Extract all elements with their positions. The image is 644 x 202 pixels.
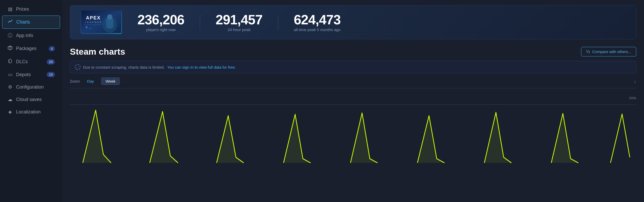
sidebar-item-localization[interactable]: ◈ Localization [2,106,60,118]
stat-24h-peak: 291,457 24-hour peak [216,13,262,32]
sidebar-label-packages: Packages [16,46,36,51]
divider-1 [200,15,200,30]
zoom-controls: Zoom Day Week ↓ [70,77,636,85]
loading-icon: ◌ [75,64,80,70]
sidebar-label-configuration: Configuration [16,84,44,90]
app-info-icon: ⓘ [7,32,13,39]
zoom-week-button[interactable]: Week [101,77,120,85]
sidebar-item-packages[interactable]: Packages 4 [2,42,60,55]
packages-icon [7,45,13,52]
notice-link[interactable]: You can sign in to view full data for fr… [167,65,236,69]
sidebar-item-depots[interactable]: ▭ Depots 15 [2,69,60,81]
svg-marker-20 [551,113,578,163]
svg-text:APEX: APEX [86,15,101,20]
current-players-value: 236,206 [137,13,184,26]
zoom-day-button[interactable]: Day [83,78,98,85]
svg-text:LEGENDS: LEGENDS [85,21,102,23]
sidebar-label-dlcs: DLCs [16,59,28,64]
svg-marker-15 [217,116,244,163]
sidebar-item-app-info[interactable]: ⓘ App info [2,29,60,42]
sidebar-item-cloud-saves[interactable]: ☁ Cloud saves [2,93,60,105]
all-time-peak-label: all-time peak 5 months ago [294,27,340,32]
section-header: Steam charts ⅓ Compare with others... [70,47,636,57]
svg-point-11 [90,28,91,29]
svg-marker-19 [484,112,511,163]
chart-area: 300k [70,93,636,171]
divider-2 [278,15,278,30]
compare-label: Compare with others... [592,49,631,54]
svg-rect-5 [106,18,113,28]
chart-svg [70,93,636,171]
notice-message: Due to constant scraping, charts data is… [83,65,165,69]
dlcs-icon [7,59,13,65]
svg-marker-14 [150,112,178,163]
svg-point-6 [107,14,112,19]
zoom-label: Zoom [70,79,80,83]
prices-icon: ▤ [7,6,13,12]
sidebar-item-prices[interactable]: ▤ Prices [2,3,60,15]
notice-static-text: Due to constant scraping, charts data is… [83,65,236,69]
game-thumbnail: APEX LEGENDS [80,11,122,34]
main-content: APEX LEGENDS 236,206 players right now 2… [62,0,644,202]
svg-marker-16 [283,114,310,163]
sidebar-label-cloud-saves: Cloud saves [16,97,42,102]
cloud-saves-icon: ☁ [7,97,13,102]
compare-button[interactable]: ⅓ Compare with others... [581,47,636,56]
sidebar-label-localization: Localization [16,109,41,115]
stats-card: APEX LEGENDS 236,206 players right now 2… [70,5,636,39]
current-players-label: players right now [146,27,175,32]
chart-separator [70,88,636,88]
sidebar-item-dlcs[interactable]: DLCs 28 [2,55,60,68]
peak-24h-label: 24-hour peak [228,27,250,32]
svg-point-10 [85,26,87,28]
sidebar-item-charts[interactable]: Charts [2,16,60,29]
sidebar-label-app-info: App info [16,33,33,38]
sidebar-label-depots: Depots [16,72,31,77]
all-time-peak-value: 624,473 [294,13,341,26]
sidebar-label-prices: Prices [16,6,29,12]
peak-24h-value: 291,457 [216,13,262,26]
depots-icon: ▭ [7,72,13,77]
dlcs-badge: 28 [47,59,55,64]
charts-icon [8,19,13,25]
section-title: Steam charts [70,47,125,57]
localization-icon: ◈ [7,109,13,115]
compare-icon: ⅓ [586,49,590,54]
configuration-icon: ⚙ [7,84,13,90]
sidebar: ▤ Prices Charts ⓘ App info Packages 4 [0,0,62,202]
svg-marker-17 [350,113,377,163]
stat-current-players: 236,206 players right now [137,13,184,32]
sidebar-item-configuration[interactable]: ⚙ Configuration [2,81,60,93]
depots-badge: 15 [47,72,55,77]
svg-marker-18 [418,116,444,163]
packages-badge: 4 [49,46,55,51]
stat-all-time-peak: 624,473 all-time peak 5 months ago [294,13,341,32]
download-icon[interactable]: ↓ [634,78,636,84]
scraping-notice: ◌ Due to constant scraping, charts data … [70,61,636,73]
sidebar-label-charts: Charts [16,19,30,25]
svg-marker-13 [83,110,111,163]
chart-y-label: 300k [629,96,636,100]
